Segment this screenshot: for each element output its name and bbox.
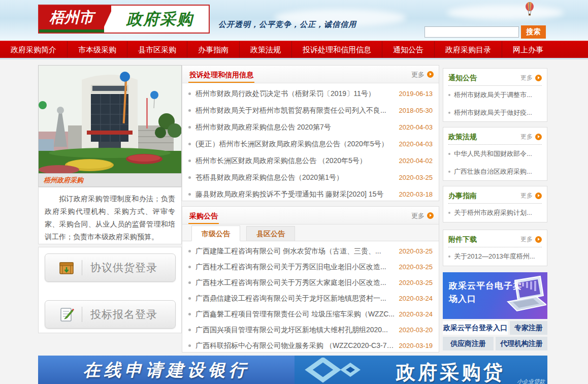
bullet-icon: [188, 92, 191, 95]
item-title: 梧州市长洲区财政局政府采购信息公告 （2020年5号）: [195, 156, 399, 166]
arrow-circle-icon: [535, 236, 542, 243]
item-title: (更正）梧州市长洲区财政局政府采购信息公告（2020年5号）: [195, 140, 399, 149]
nav-item-complaints[interactable]: 投诉处理和信用信息: [291, 41, 382, 58]
list-item[interactable]: (更正）梧州市长洲区财政局政府采购信息公告（2020年5号） 2020-04-0…: [182, 136, 439, 152]
list-item[interactable]: 关于梧州市政府采购计划...: [448, 204, 542, 221]
nav-item-catalog[interactable]: 政府采购目录: [434, 41, 502, 58]
item-title: 广西桂水工程咨询有限公司关于万秀区旧电业老旧小区改造...: [195, 263, 399, 272]
bullet-icon: [448, 112, 450, 114]
zcy-login-button[interactable]: 政采云平台登录入口: [443, 321, 508, 335]
item-title: 广西桂水工程咨询有限公司关于万秀区大家庭老旧小区改造...: [195, 278, 399, 287]
bullet-icon: [188, 126, 191, 129]
list-item[interactable]: 广西建隆工程咨询有限公司 倒水农贸市场（古道、三贵、... 2020-03-25: [182, 243, 439, 259]
list-item[interactable]: 藤县财政局政府采购投诉不予受理通知书 藤财采[2020] 15号 2020-03…: [182, 186, 439, 203]
list-item[interactable]: 梧州市财政局关于做好疫...: [448, 104, 542, 121]
zcy-mall-banner[interactable]: 政采云平台电子卖场入口: [443, 272, 547, 319]
list-item[interactable]: 中华人民共和国财政部令...: [448, 145, 542, 163]
item-title: 关于2012—2013年度梧州...: [454, 252, 535, 261]
photo-caption: 梧州政府采购: [38, 174, 182, 187]
item-title: 广西鑫磐工程项目管理有限责任公司 垃圾压缩车采购（WZZC...: [195, 310, 399, 319]
footer-banner: 在线申请建设银行 政府采购贷 小企业贷款: [38, 356, 547, 384]
item-date: 2020-03-25: [399, 247, 433, 255]
agency-register-button[interactable]: 代理机构注册: [496, 337, 547, 350]
bullet-icon: [188, 159, 191, 162]
intro-box: 拟订政府采购管理制度和办法；负责政府采购代理机构、采购方式、评审专家、采购合同、…: [38, 187, 182, 244]
list-item[interactable]: 广西壮族自治区政府采购...: [448, 163, 542, 180]
list-item[interactable]: 广西鼎信建设工程咨询有限公司关于龙圩区新地镇思贤村一... 2020-03-24: [182, 291, 439, 306]
list-item[interactable]: 广西桂水工程咨询有限公司关于万秀区大家庭老旧小区改造... 2020-03-25: [182, 275, 439, 291]
complaints-more-link[interactable]: 更多: [411, 66, 434, 83]
complaints-panel: 投诉处理和信用信息 更多 梧州市财政局行政处罚决定书（梧财采罚〔2019〕11号…: [182, 65, 439, 201]
procurement-loan-text: 政府采购贷: [396, 360, 505, 384]
more-label: 更多: [520, 235, 533, 244]
site-logo[interactable]: 梧州市 政府采购: [38, 5, 210, 34]
list-item[interactable]: 关于2012—2013年度梧州...: [448, 247, 542, 265]
guide-more-link[interactable]: 更多: [520, 191, 542, 200]
item-date: 2020-03-20: [399, 326, 433, 334]
bullet-icon: [188, 266, 191, 268]
more-label: 更多: [520, 133, 533, 141]
ccb-logo-icon: [304, 358, 370, 383]
list-item[interactable]: 梧州市财政局行政处罚决定书（梧财采罚〔2019〕11号） 2019-06-13: [182, 85, 439, 102]
nav-item-notice[interactable]: 通知公告: [382, 41, 434, 58]
nav-item-online[interactable]: 网上办事: [502, 41, 554, 58]
item-title: 中华人民共和国财政部令...: [454, 149, 532, 158]
supplier-register-button[interactable]: 供应商注册: [443, 337, 494, 350]
nav-item-policy[interactable]: 政策法规: [239, 41, 291, 58]
item-title: 广西建隆工程咨询有限公司 倒水农贸市场（古道、三贵、...: [195, 247, 399, 256]
list-item[interactable]: 苍梧县财政局政府采购信息公告（2020第1号） 2020-03-25: [182, 169, 439, 186]
notice-panel-header: 通知公告 更多: [448, 71, 542, 86]
download-panel-title: 附件下载: [448, 235, 477, 244]
bullet-icon: [188, 176, 191, 179]
bid-login-label: 投标报名登录: [90, 307, 157, 322]
tab-city-announcements[interactable]: 市级公告: [191, 226, 240, 241]
download-more-link[interactable]: 更多: [520, 235, 542, 244]
arrow-circle-icon: [535, 134, 542, 140]
list-item[interactable]: 广西科联招标中心有限公司物业服务采购 （WZZC2020-C3-70... 20…: [182, 338, 439, 354]
arrow-circle-icon: [427, 212, 434, 219]
arrow-circle-icon: [535, 193, 542, 199]
bid-login-button[interactable]: 投标报名登录: [45, 300, 176, 329]
item-date: 2020-03-24: [399, 310, 433, 318]
nav-item-county[interactable]: 县市区采购: [127, 41, 187, 58]
item-date: 2020-03-18: [399, 190, 433, 198]
nav-item-guide[interactable]: 办事指南: [187, 41, 239, 58]
list-item[interactable]: 广西国兴项目管理有限公司龙圩区新地镇大维村孔朋组2020... 2020-03-…: [182, 322, 439, 338]
search-input[interactable]: [424, 26, 519, 38]
nav-item-intro[interactable]: 政府采购简介: [0, 41, 67, 58]
procurement-loan-banner[interactable]: 政府采购贷 小企业贷款: [295, 356, 547, 384]
item-date: 2019-06-13: [399, 90, 433, 98]
announcements-panel-header: 采购公告 更多: [182, 207, 439, 225]
building-photo[interactable]: [38, 65, 182, 174]
nav-item-city[interactable]: 市本级采购: [67, 41, 127, 58]
tab-county-announcements[interactable]: 县区公告: [246, 226, 295, 241]
bullet-icon: [448, 171, 450, 173]
page: 梧州市 政府采购 公开透明，公平竞争，公正，诚信信用 搜索 政府采购简介 市本级…: [0, 0, 588, 384]
ccb-apply-banner[interactable]: 在线申请建设银行: [38, 356, 295, 384]
complaints-panel-header: 投诉处理和信用信息 更多: [182, 66, 439, 83]
list-item[interactable]: 梧州市财政局关于对梧州市凯哲贸易有限责任公司列入不良... 2018-05-30: [182, 102, 439, 119]
list-item[interactable]: 梧州市长洲区财政局政府采购信息公告 （2020年5号） 2020-04-02: [182, 152, 439, 169]
announcements-tabs: 市级公告 县区公告: [182, 225, 439, 241]
complaints-list: 梧州市财政局行政处罚决定书（梧财采罚〔2019〕11号） 2019-06-13 …: [182, 83, 439, 203]
notice-panel-title: 通知公告: [448, 74, 477, 83]
more-label: 更多: [411, 211, 424, 220]
expert-register-button[interactable]: 专家注册: [510, 321, 547, 335]
search-button[interactable]: 搜索: [521, 25, 546, 39]
list-item[interactable]: 广西鑫磐工程项目管理有限责任公司 垃圾压缩车采购（WZZC... 2020-03…: [182, 306, 439, 322]
bullet-icon: [448, 94, 450, 96]
list-item[interactable]: 梧州市财政局政府采购信息公告 2020第7号 2020-04-03: [182, 119, 439, 136]
item-date: 2020-03-25: [399, 174, 433, 181]
list-item[interactable]: 广西桂水工程咨询有限公司关于万秀区旧电业老旧小区改造... 2020-03-25: [182, 259, 439, 275]
login-box: 协议供货登录 投标报名登录: [38, 247, 182, 333]
nav-underline: [0, 58, 588, 59]
item-title: 梧州市财政局关于调整市...: [454, 90, 532, 100]
item-title: 广西科联招标中心有限公司物业服务采购 （WZZC2020-C3-70...: [195, 341, 399, 350]
supply-login-button[interactable]: 协议供货登录: [45, 253, 176, 282]
item-date: 2020-03-25: [399, 263, 433, 271]
notice-more-link[interactable]: 更多: [520, 74, 542, 82]
policy-more-link[interactable]: 更多: [520, 133, 542, 141]
announcements-more-link[interactable]: 更多: [411, 207, 434, 225]
announcements-panel: 采购公告 更多 市级公告 县区公告 广西建隆工程咨询有限公司 倒水农贸市场（古道…: [182, 206, 439, 353]
list-item[interactable]: 梧州市财政局关于调整市...: [448, 86, 542, 104]
